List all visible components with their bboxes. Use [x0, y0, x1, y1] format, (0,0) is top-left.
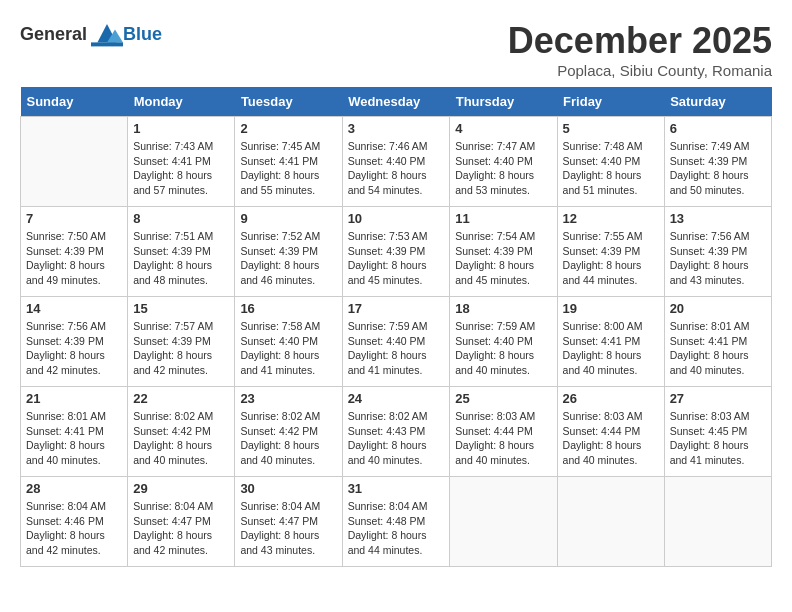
page-header: General Blue December 2025 Poplaca, Sibi…: [20, 20, 772, 79]
day-number: 16: [240, 301, 336, 316]
day-number: 29: [133, 481, 229, 496]
calendar-cell: 15Sunrise: 7:57 AM Sunset: 4:39 PM Dayli…: [128, 297, 235, 387]
svg-rect-2: [91, 42, 123, 46]
day-detail: Sunrise: 8:04 AM Sunset: 4:46 PM Dayligh…: [26, 499, 122, 558]
weekday-header-row: SundayMondayTuesdayWednesdayThursdayFrid…: [21, 87, 772, 117]
day-detail: Sunrise: 7:56 AM Sunset: 4:39 PM Dayligh…: [26, 319, 122, 378]
day-number: 13: [670, 211, 766, 226]
calendar-cell: 23Sunrise: 8:02 AM Sunset: 4:42 PM Dayli…: [235, 387, 342, 477]
calendar-cell: 26Sunrise: 8:03 AM Sunset: 4:44 PM Dayli…: [557, 387, 664, 477]
day-number: 5: [563, 121, 659, 136]
logo: General Blue: [20, 20, 162, 48]
day-detail: Sunrise: 7:52 AM Sunset: 4:39 PM Dayligh…: [240, 229, 336, 288]
calendar-cell: 20Sunrise: 8:01 AM Sunset: 4:41 PM Dayli…: [664, 297, 771, 387]
day-detail: Sunrise: 8:04 AM Sunset: 4:47 PM Dayligh…: [240, 499, 336, 558]
calendar-cell: 21Sunrise: 8:01 AM Sunset: 4:41 PM Dayli…: [21, 387, 128, 477]
day-detail: Sunrise: 7:48 AM Sunset: 4:40 PM Dayligh…: [563, 139, 659, 198]
day-detail: Sunrise: 7:45 AM Sunset: 4:41 PM Dayligh…: [240, 139, 336, 198]
day-number: 28: [26, 481, 122, 496]
day-detail: Sunrise: 7:56 AM Sunset: 4:39 PM Dayligh…: [670, 229, 766, 288]
day-detail: Sunrise: 7:43 AM Sunset: 4:41 PM Dayligh…: [133, 139, 229, 198]
day-detail: Sunrise: 7:59 AM Sunset: 4:40 PM Dayligh…: [455, 319, 551, 378]
day-detail: Sunrise: 8:01 AM Sunset: 4:41 PM Dayligh…: [670, 319, 766, 378]
day-detail: Sunrise: 7:55 AM Sunset: 4:39 PM Dayligh…: [563, 229, 659, 288]
calendar-cell: 22Sunrise: 8:02 AM Sunset: 4:42 PM Dayli…: [128, 387, 235, 477]
day-number: 22: [133, 391, 229, 406]
day-number: 12: [563, 211, 659, 226]
title-block: December 2025 Poplaca, Sibiu County, Rom…: [508, 20, 772, 79]
calendar-cell: 12Sunrise: 7:55 AM Sunset: 4:39 PM Dayli…: [557, 207, 664, 297]
weekday-header-monday: Monday: [128, 87, 235, 117]
calendar-cell: 7Sunrise: 7:50 AM Sunset: 4:39 PM Daylig…: [21, 207, 128, 297]
day-number: 10: [348, 211, 445, 226]
calendar-cell: [664, 477, 771, 567]
week-row-1: 1Sunrise: 7:43 AM Sunset: 4:41 PM Daylig…: [21, 117, 772, 207]
logo-blue-text: Blue: [123, 24, 162, 45]
weekday-header-thursday: Thursday: [450, 87, 557, 117]
day-detail: Sunrise: 8:01 AM Sunset: 4:41 PM Dayligh…: [26, 409, 122, 468]
month-year-title: December 2025: [508, 20, 772, 62]
day-number: 30: [240, 481, 336, 496]
day-number: 20: [670, 301, 766, 316]
calendar-cell: 8Sunrise: 7:51 AM Sunset: 4:39 PM Daylig…: [128, 207, 235, 297]
day-number: 23: [240, 391, 336, 406]
calendar-cell: 27Sunrise: 8:03 AM Sunset: 4:45 PM Dayli…: [664, 387, 771, 477]
day-number: 21: [26, 391, 122, 406]
weekday-header-wednesday: Wednesday: [342, 87, 450, 117]
weekday-header-saturday: Saturday: [664, 87, 771, 117]
day-number: 11: [455, 211, 551, 226]
logo-general-text: General: [20, 24, 87, 45]
calendar-cell: 16Sunrise: 7:58 AM Sunset: 4:40 PM Dayli…: [235, 297, 342, 387]
calendar-cell: 29Sunrise: 8:04 AM Sunset: 4:47 PM Dayli…: [128, 477, 235, 567]
day-number: 19: [563, 301, 659, 316]
day-number: 2: [240, 121, 336, 136]
day-detail: Sunrise: 7:49 AM Sunset: 4:39 PM Dayligh…: [670, 139, 766, 198]
calendar-cell: 18Sunrise: 7:59 AM Sunset: 4:40 PM Dayli…: [450, 297, 557, 387]
calendar-cell: [557, 477, 664, 567]
calendar-table: SundayMondayTuesdayWednesdayThursdayFrid…: [20, 87, 772, 567]
calendar-cell: 25Sunrise: 8:03 AM Sunset: 4:44 PM Dayli…: [450, 387, 557, 477]
day-detail: Sunrise: 8:02 AM Sunset: 4:43 PM Dayligh…: [348, 409, 445, 468]
day-detail: Sunrise: 7:51 AM Sunset: 4:39 PM Dayligh…: [133, 229, 229, 288]
day-detail: Sunrise: 8:03 AM Sunset: 4:44 PM Dayligh…: [563, 409, 659, 468]
day-number: 4: [455, 121, 551, 136]
logo-icon: [91, 20, 123, 48]
day-number: 25: [455, 391, 551, 406]
day-number: 27: [670, 391, 766, 406]
calendar-cell: 10Sunrise: 7:53 AM Sunset: 4:39 PM Dayli…: [342, 207, 450, 297]
day-detail: Sunrise: 7:53 AM Sunset: 4:39 PM Dayligh…: [348, 229, 445, 288]
weekday-header-tuesday: Tuesday: [235, 87, 342, 117]
day-detail: Sunrise: 8:03 AM Sunset: 4:44 PM Dayligh…: [455, 409, 551, 468]
day-number: 7: [26, 211, 122, 226]
calendar-cell: [450, 477, 557, 567]
day-detail: Sunrise: 7:50 AM Sunset: 4:39 PM Dayligh…: [26, 229, 122, 288]
location-subtitle: Poplaca, Sibiu County, Romania: [508, 62, 772, 79]
day-number: 18: [455, 301, 551, 316]
day-detail: Sunrise: 7:58 AM Sunset: 4:40 PM Dayligh…: [240, 319, 336, 378]
week-row-3: 14Sunrise: 7:56 AM Sunset: 4:39 PM Dayli…: [21, 297, 772, 387]
day-detail: Sunrise: 7:47 AM Sunset: 4:40 PM Dayligh…: [455, 139, 551, 198]
day-number: 26: [563, 391, 659, 406]
calendar-cell: 14Sunrise: 7:56 AM Sunset: 4:39 PM Dayli…: [21, 297, 128, 387]
calendar-cell: 19Sunrise: 8:00 AM Sunset: 4:41 PM Dayli…: [557, 297, 664, 387]
day-number: 14: [26, 301, 122, 316]
day-number: 24: [348, 391, 445, 406]
calendar-cell: 9Sunrise: 7:52 AM Sunset: 4:39 PM Daylig…: [235, 207, 342, 297]
week-row-5: 28Sunrise: 8:04 AM Sunset: 4:46 PM Dayli…: [21, 477, 772, 567]
week-row-4: 21Sunrise: 8:01 AM Sunset: 4:41 PM Dayli…: [21, 387, 772, 477]
day-detail: Sunrise: 8:02 AM Sunset: 4:42 PM Dayligh…: [133, 409, 229, 468]
calendar-cell: 6Sunrise: 7:49 AM Sunset: 4:39 PM Daylig…: [664, 117, 771, 207]
day-number: 3: [348, 121, 445, 136]
calendar-cell: 31Sunrise: 8:04 AM Sunset: 4:48 PM Dayli…: [342, 477, 450, 567]
calendar-cell: [21, 117, 128, 207]
weekday-header-sunday: Sunday: [21, 87, 128, 117]
calendar-cell: 17Sunrise: 7:59 AM Sunset: 4:40 PM Dayli…: [342, 297, 450, 387]
calendar-cell: 28Sunrise: 8:04 AM Sunset: 4:46 PM Dayli…: [21, 477, 128, 567]
day-number: 8: [133, 211, 229, 226]
day-detail: Sunrise: 7:54 AM Sunset: 4:39 PM Dayligh…: [455, 229, 551, 288]
calendar-cell: 24Sunrise: 8:02 AM Sunset: 4:43 PM Dayli…: [342, 387, 450, 477]
day-detail: Sunrise: 8:03 AM Sunset: 4:45 PM Dayligh…: [670, 409, 766, 468]
day-detail: Sunrise: 7:59 AM Sunset: 4:40 PM Dayligh…: [348, 319, 445, 378]
day-number: 31: [348, 481, 445, 496]
day-detail: Sunrise: 7:57 AM Sunset: 4:39 PM Dayligh…: [133, 319, 229, 378]
